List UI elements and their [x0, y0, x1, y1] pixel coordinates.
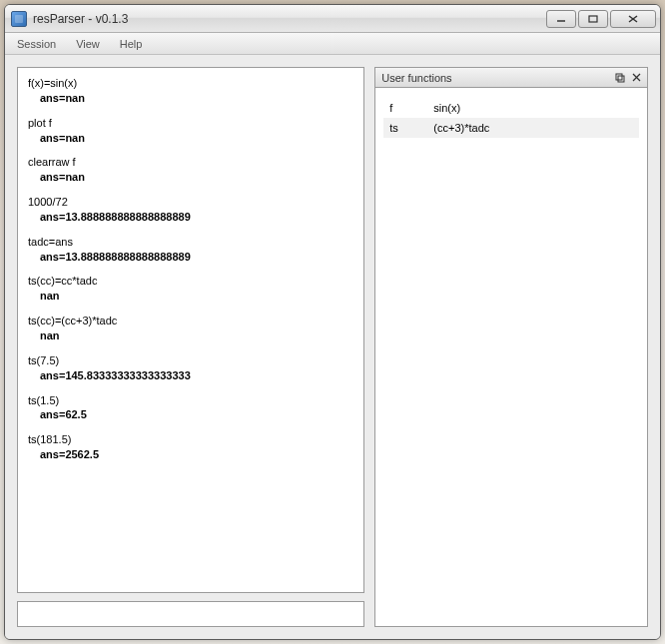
function-row[interactable]: fsin(x)	[383, 98, 639, 118]
close-button[interactable]	[610, 10, 656, 28]
menu-help[interactable]: Help	[110, 36, 153, 52]
console-answer: nan	[28, 289, 353, 304]
console-answer: ans=nan	[28, 131, 353, 146]
svg-rect-5	[618, 76, 624, 82]
user-functions-list[interactable]: fsin(x)ts(cc+3)*tadc	[374, 87, 648, 627]
command-input[interactable]	[18, 602, 363, 626]
console-command: ts(cc)=cc*tadc	[28, 274, 353, 289]
console-output[interactable]: f(x)=sin(x)ans=nanplot fans=nanclearraw …	[17, 67, 364, 593]
console-command: ts(7.5)	[28, 353, 353, 368]
menu-view[interactable]: View	[66, 36, 110, 52]
user-functions-header[interactable]: User functions	[374, 67, 648, 87]
function-name: ts	[389, 122, 433, 134]
panel-close-button[interactable]	[629, 71, 643, 85]
console-entry: ts(cc)=cc*tadcnan	[28, 274, 353, 304]
menubar: Session View Help	[5, 33, 660, 55]
left-column: f(x)=sin(x)ans=nanplot fans=nanclearraw …	[17, 67, 364, 627]
console-command: clearraw f	[28, 155, 353, 170]
window-title: resParser - v0.1.3	[33, 12, 546, 26]
console-entry: ts(1.5)ans=62.5	[28, 393, 353, 423]
console-entry: plot fans=nan	[28, 116, 353, 146]
app-window: resParser - v0.1.3 Session View Help f(x…	[4, 4, 661, 640]
function-row[interactable]: ts(cc+3)*tadc	[383, 118, 639, 138]
console-command: 1000/72	[28, 195, 353, 210]
console-answer: ans=13.888888888888888889	[28, 250, 353, 265]
console-entry: ts(cc)=(cc+3)*tadcnan	[28, 314, 353, 343]
console-entry: f(x)=sin(x)ans=nan	[28, 76, 353, 106]
function-body: sin(x)	[433, 102, 633, 114]
app-icon	[11, 11, 27, 27]
close-icon	[632, 73, 641, 82]
minimize-icon	[556, 15, 566, 23]
function-body: (cc+3)*tadc	[433, 122, 633, 134]
console-answer: ans=145.83333333333333333	[28, 368, 353, 383]
function-name: f	[389, 102, 433, 114]
minimize-button[interactable]	[546, 10, 576, 28]
maximize-icon	[588, 15, 598, 23]
console-command: ts(181.5)	[28, 432, 353, 447]
maximize-button[interactable]	[578, 10, 608, 28]
titlebar[interactable]: resParser - v0.1.3	[5, 5, 660, 33]
console-command: ts(1.5)	[28, 393, 353, 408]
console-entry: tadc=ansans=13.888888888888888889	[28, 235, 353, 265]
close-icon	[628, 15, 638, 23]
menu-session[interactable]: Session	[7, 36, 66, 52]
window-buttons	[546, 10, 656, 28]
user-functions-title: User functions	[381, 72, 451, 84]
console-entry: ts(181.5)ans=2562.5	[28, 432, 353, 462]
console-command: f(x)=sin(x)	[28, 76, 353, 91]
console-answer: ans=2562.5	[28, 447, 353, 462]
console-entry: ts(7.5)ans=145.83333333333333333	[28, 353, 353, 383]
undock-icon	[615, 73, 625, 83]
console-answer: ans=nan	[28, 91, 353, 106]
console-command: ts(cc)=(cc+3)*tadc	[28, 314, 353, 328]
svg-rect-1	[589, 16, 597, 22]
console-answer: ans=62.5	[28, 407, 353, 422]
console-command: plot f	[28, 116, 353, 131]
console-answer: ans=13.888888888888888889	[28, 210, 353, 225]
console-command: tadc=ans	[28, 235, 353, 250]
console-entry: clearraw fans=nan	[28, 155, 353, 185]
undock-button[interactable]	[613, 71, 627, 85]
console-answer: ans=nan	[28, 170, 353, 185]
svg-rect-4	[616, 74, 622, 80]
command-input-row	[17, 601, 364, 627]
console-entry: 1000/72ans=13.888888888888888889	[28, 195, 353, 225]
console-answer: nan	[28, 328, 353, 343]
client-area: f(x)=sin(x)ans=nanplot fans=nanclearraw …	[5, 55, 660, 639]
right-column: User functions fsin(x)ts(cc+3)*tadc	[374, 67, 648, 627]
